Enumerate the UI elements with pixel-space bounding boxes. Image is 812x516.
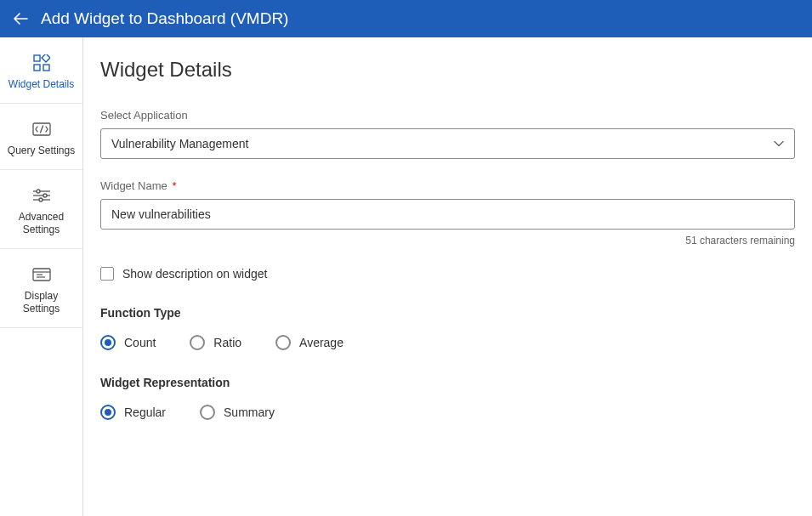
advanced-settings-icon [31, 185, 52, 206]
chevron-down-icon [774, 140, 784, 147]
sidebar-item-widget-details[interactable]: Widget Details [0, 37, 82, 104]
sidebar-item-advanced-settings[interactable]: Advanced Settings [0, 170, 82, 249]
function-type-count[interactable]: Count [100, 335, 156, 350]
dialog-header: Add Widget to Dashboard (VMDR) [0, 0, 812, 37]
widget-name-group: Widget Name * 51 characters remaining [100, 179, 795, 247]
char-remaining-text: 51 characters remaining [100, 235, 795, 247]
widget-representation-label: Widget Representation [100, 376, 795, 389]
sidebar-item-label: Advanced Settings [5, 211, 77, 236]
sidebar-item-display-settings[interactable]: Display Settings [0, 249, 82, 328]
radio-label: Ratio [213, 336, 241, 349]
svg-rect-1 [34, 65, 40, 71]
radio-icon [190, 335, 205, 350]
display-settings-icon [31, 264, 52, 285]
function-type-label: Function Type [100, 306, 795, 320]
sidebar-item-query-settings[interactable]: Query Settings [0, 104, 82, 170]
radio-icon [100, 335, 116, 350]
page-title: Widget Details [100, 58, 795, 82]
svg-point-6 [37, 190, 40, 193]
application-select[interactable]: Vulnerability Management [100, 128, 795, 159]
radio-icon [100, 405, 116, 420]
svg-rect-0 [34, 55, 40, 61]
radio-label: Regular [124, 405, 166, 419]
radio-label: Average [299, 336, 344, 349]
wizard-sidebar: Widget Details Query Settings [0, 37, 83, 516]
function-type-average[interactable]: Average [275, 335, 344, 350]
svg-rect-2 [43, 65, 49, 71]
widget-name-input[interactable] [100, 199, 795, 230]
show-description-row: Show description on widget [100, 267, 795, 281]
widget-representation-summary[interactable]: Summary [200, 405, 275, 420]
back-arrow-icon [10, 9, 31, 29]
back-button[interactable] [10, 9, 31, 29]
function-type-ratio[interactable]: Ratio [190, 335, 241, 350]
show-description-label[interactable]: Show description on widget [122, 267, 267, 281]
widget-representation-group: Regular Summary [100, 405, 795, 420]
required-asterisk: * [172, 179, 176, 192]
radio-label: Count [124, 336, 156, 349]
radio-icon [200, 405, 215, 420]
application-label: Select Application [100, 109, 795, 122]
sidebar-item-label: Display Settings [5, 290, 77, 315]
dialog-title: Add Widget to Dashboard (VMDR) [41, 9, 288, 28]
function-type-group: Count Ratio Average [100, 335, 795, 350]
application-group: Select Application Vulnerability Managem… [100, 109, 795, 159]
svg-rect-3 [42, 54, 50, 62]
widget-representation-regular[interactable]: Regular [100, 405, 166, 420]
radio-label: Summary [224, 405, 275, 419]
widget-name-label: Widget Name * [100, 179, 795, 192]
widget-name-label-text: Widget Name [100, 179, 168, 192]
svg-point-10 [39, 198, 43, 201]
radio-icon [275, 335, 291, 350]
sidebar-item-label: Widget Details [9, 78, 74, 91]
query-settings-icon [31, 119, 52, 139]
svg-point-8 [43, 194, 47, 197]
main-content: Widget Details Select Application Vulner… [83, 37, 812, 516]
sidebar-item-label: Query Settings [8, 145, 75, 157]
widget-details-icon [31, 53, 52, 73]
application-select-value: Vulnerability Management [111, 137, 248, 150]
show-description-checkbox[interactable] [100, 267, 114, 281]
